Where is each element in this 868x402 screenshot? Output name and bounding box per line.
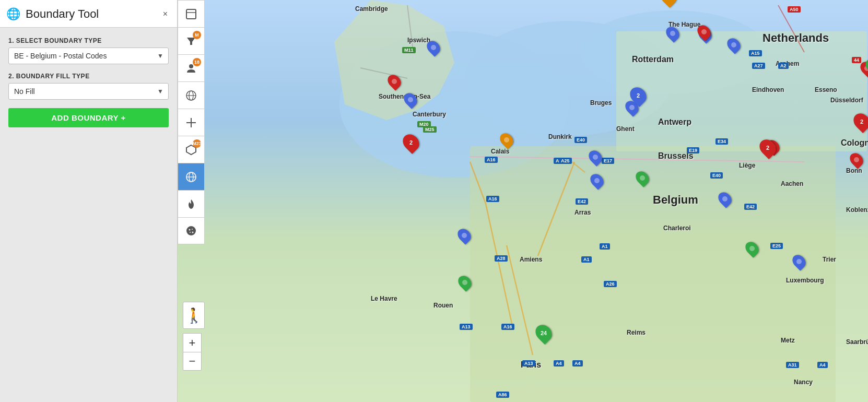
road-a4-3: A4 xyxy=(817,362,828,368)
map-marker-27 xyxy=(459,275,471,290)
toolbar-cookie-tool[interactable] xyxy=(178,217,205,244)
road-a15: A15 xyxy=(749,50,762,56)
person-icon: 🚶 xyxy=(185,307,203,324)
map-marker-1 xyxy=(389,74,400,89)
road-e42: E42 xyxy=(576,198,588,205)
map-marker-12 xyxy=(728,38,740,52)
boundary-type-wrapper[interactable]: BE - Belgium - Postal CodesBE - Belgium … xyxy=(8,48,169,64)
map-marker-19 xyxy=(793,254,805,269)
svg-point-18 xyxy=(189,64,193,68)
road-a4-1: A4 xyxy=(554,360,564,366)
toolbar-flame-tool[interactable] xyxy=(178,190,205,217)
map-marker-0 xyxy=(428,40,439,55)
map-marker-11 xyxy=(698,25,710,39)
svg-rect-4 xyxy=(616,31,867,151)
map-toolbar: M18M23 xyxy=(178,0,205,244)
road-a50: A50 xyxy=(788,6,801,13)
map-marker-18 xyxy=(746,241,758,256)
map-svg xyxy=(178,0,868,402)
close-button[interactable]: × xyxy=(160,8,171,20)
panel-header: 🌐 Boundary Tool × xyxy=(0,0,177,28)
boundary-type-select[interactable]: BE - Belgium - Postal CodesBE - Belgium … xyxy=(8,48,169,64)
toolbar-crosshair[interactable] xyxy=(178,109,205,136)
svg-point-31 xyxy=(192,232,194,233)
svg-point-32 xyxy=(190,232,191,233)
map-marker-4 xyxy=(501,133,512,147)
section1-label: 1. SELECT BOUNDARY TYPE xyxy=(8,37,169,44)
section2-label: 2. BOUNDARY FILL TYPE xyxy=(8,73,169,80)
road-m11: M11 xyxy=(402,47,416,53)
road-44-red: 44 xyxy=(852,57,861,63)
map-marker-5 xyxy=(590,150,601,164)
svg-point-28 xyxy=(186,226,196,235)
panel-body: 1. SELECT BOUNDARY TYPE BE - Belgium - P… xyxy=(0,28,177,137)
map-marker-13: 3 xyxy=(661,0,676,5)
road-e34: E34 xyxy=(715,138,728,145)
section1: 1. SELECT BOUNDARY TYPE BE - Belgium - P… xyxy=(8,37,169,64)
map-marker-23 xyxy=(851,152,862,167)
map-container[interactable]: M18M23 NetherlandsBelgiumCambridgeIpswic… xyxy=(178,0,868,402)
section2: 2. BOUNDARY FILL TYPE No FillSolid FillG… xyxy=(8,73,169,100)
map-marker-3: 2 xyxy=(404,134,418,151)
polygon-tool-badge: M23 xyxy=(193,139,201,148)
map-marker-6 xyxy=(591,173,603,188)
road-a1-fr: A1 xyxy=(581,256,592,263)
toolbar-person-drop[interactable]: 18 xyxy=(178,54,205,81)
toolbar-polygon-tool[interactable]: M23 xyxy=(178,136,205,163)
road-a28: A28 xyxy=(495,255,508,262)
person-icon-button[interactable]: 🚶 xyxy=(183,302,205,329)
zoom-in-button[interactable]: + xyxy=(183,333,202,352)
road-e40-2: E40 xyxy=(710,172,723,179)
fill-type-select[interactable]: No FillSolid FillGradient FillPattern Fi… xyxy=(8,83,169,100)
left-panel: 🌐 Boundary Tool × 1. SELECT BOUNDARY TYP… xyxy=(0,0,178,402)
road-e25: E25 xyxy=(770,243,783,249)
map-marker-9 xyxy=(667,26,678,41)
road-a2: A2 xyxy=(778,63,789,69)
panel-title: Boundary Tool xyxy=(26,7,99,21)
zoom-controls: + − xyxy=(183,333,202,371)
panel-title-group: 🌐 Boundary Tool xyxy=(6,7,99,21)
map-marker-15: 2 xyxy=(760,139,775,157)
road-a26-2: A26 xyxy=(604,281,617,287)
road-a4-2: A4 xyxy=(572,360,583,366)
map-marker-7 xyxy=(637,171,648,185)
toolbar-globe-tool[interactable] xyxy=(178,163,205,190)
toolbar-filter-tool[interactable]: M xyxy=(178,27,205,54)
map-marker-2 xyxy=(405,92,416,107)
map-marker-26 xyxy=(459,228,470,243)
road-a31: A31 xyxy=(786,362,799,368)
road-a16-2: A16 xyxy=(486,196,499,202)
svg-point-30 xyxy=(192,229,193,230)
road-a27: A27 xyxy=(752,63,765,69)
road-a13-2: A13 xyxy=(522,360,535,366)
globe-icon: 🌐 xyxy=(6,7,20,21)
map-marker-28: 24 xyxy=(536,324,551,342)
toolbar-select-tool[interactable] xyxy=(178,0,205,27)
road-a13-fr: A13 xyxy=(460,324,473,330)
svg-rect-15 xyxy=(186,9,196,19)
road-e19: E19 xyxy=(687,147,699,153)
zoom-out-button[interactable]: − xyxy=(183,352,202,371)
road-e40-1: E40 xyxy=(574,137,587,143)
road-a16-1: A16 xyxy=(485,157,498,163)
fill-type-wrapper[interactable]: No FillSolid FillGradient FillPattern Fi… xyxy=(8,83,169,100)
road-e17: E17 xyxy=(602,158,614,164)
map-marker-14 xyxy=(719,192,731,206)
map-marker-17: 2 xyxy=(631,87,646,104)
add-boundary-button[interactable]: ADD BOUNDARY + xyxy=(8,108,169,127)
svg-point-29 xyxy=(189,229,191,231)
road-a25: A25 xyxy=(559,158,572,164)
person-drop-badge: 18 xyxy=(193,58,201,66)
road-a16-3: A16 xyxy=(501,324,514,330)
road-a86: A86 xyxy=(496,392,509,398)
road-e42-2: E42 xyxy=(744,204,757,210)
map-marker-22: 2 xyxy=(854,113,868,131)
road-m20: M20 xyxy=(417,121,431,127)
road-a1-2: A1 xyxy=(600,243,610,250)
toolbar-cluster-tool[interactable] xyxy=(178,81,205,109)
filter-tool-badge: M xyxy=(193,31,201,39)
